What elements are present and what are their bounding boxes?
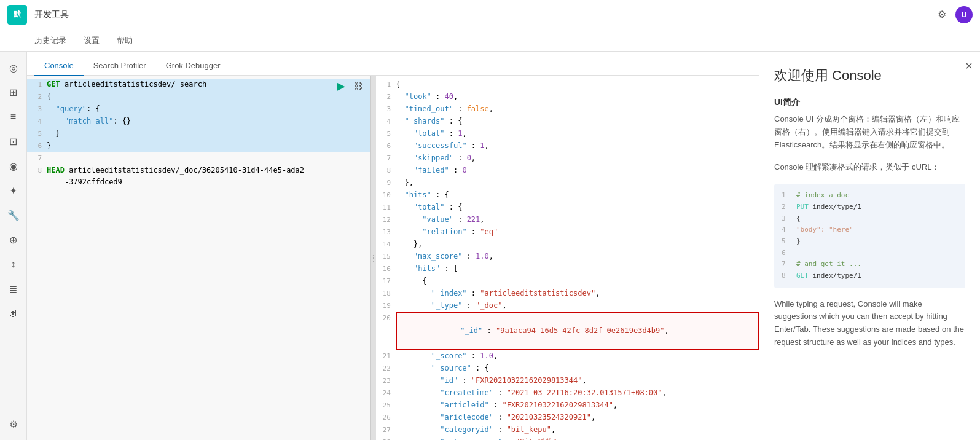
nav-help[interactable]: 帮助 (114, 35, 135, 46)
sidebar-icon-maps[interactable]: ◉ (2, 155, 25, 177)
editor-toolbar: ▶ ⛓ (334, 79, 366, 93)
info-panel: × 欢迎使用 Console UI简介 Console UI 分成两个窗格：编辑… (759, 52, 980, 440)
response-line-19: 19 "_type" : "_doc", (376, 300, 759, 312)
info-section2-text: Console 理解紧凑格式的请求，类似于 cURL： (774, 161, 965, 174)
response-line-14: 14 }, (376, 238, 759, 251)
info-code-line-1: 1 # index a doc (782, 190, 958, 202)
main-layout: ◎ ⊞ ≡ ⊡ ◉ ✦ 🔧 ⊕ ↕ ≣ ⛨ ⚙ Console Search P… (0, 52, 980, 440)
response-line-7: 7 "skipped" : 0, (376, 152, 759, 165)
response-line-15: 15 "max_score" : 1.0, (376, 251, 759, 263)
response-line-23: 23 "id" : "FXR20210322162029813344", (376, 375, 759, 387)
response-line-11: 11 "total" : { (376, 202, 759, 214)
response-line-12: 12 "value" : 221, (376, 214, 759, 226)
response-line-27: 27 "categoryid" : "bit_kepu", (376, 424, 759, 436)
response-line-22: 22 "_source" : { (376, 363, 759, 375)
response-line-8: 8 "failed" : 0 (376, 165, 759, 177)
response-line-25: 25 "articleid" : "FXR2021032216202981334… (376, 399, 759, 412)
sidebar-icon-canvas[interactable]: ⊡ (2, 130, 25, 152)
top-bar: 默 开发工具 ⚙ U (0, 0, 980, 29)
info-panel-close-button[interactable]: × (965, 59, 973, 73)
sidebar-icon-logs[interactable]: ≣ (2, 278, 25, 300)
info-code-line-2: 2 PUT index/type/1 (782, 202, 958, 213)
response-line-4: 4 "_shards" : { (376, 116, 759, 128)
sidebar-icon-devtools[interactable]: 🔧 (2, 204, 25, 226)
response-line-18: 18 "_index" : "articleeditstatisticsdev"… (376, 288, 759, 300)
editor-line-5: 5 } (27, 128, 370, 140)
nav-settings[interactable]: 设置 (81, 35, 102, 46)
response-line-28: 28 "categoryname" : "Bit-科普", (376, 436, 759, 440)
info-section1-text: Console UI 分成两个窗格：编辑器窗格（左）和响应窗格（右）。使用编辑器… (774, 113, 965, 151)
response-line-13: 13 "relation" : "eq" (376, 226, 759, 238)
response-line-3: 3 "timed_out" : false, (376, 103, 759, 116)
info-code-line-3: 3 { (782, 213, 958, 225)
info-code-line-7: 7 # and get it ... (782, 259, 958, 270)
info-panel-title: 欢迎使用 Console (774, 66, 965, 85)
avatar[interactable]: U (955, 6, 973, 23)
tab-grok-debugger[interactable]: Grok Debugger (156, 56, 230, 76)
sidebar-icon-visualize[interactable]: ≡ (2, 106, 25, 128)
run-button[interactable]: ▶ (334, 79, 348, 93)
sidebar-icon-stack[interactable]: ⊕ (2, 229, 25, 251)
editor-line-2: 2 { (27, 91, 370, 103)
editor-content[interactable]: 1 GET articleeditstatisticsdev/_search 2… (27, 76, 370, 440)
response-line-26: 26 "ariclecode" : "20210323524320921", (376, 412, 759, 424)
response-line-17: 17 { (376, 275, 759, 288)
info-section1-title: UI简介 (774, 97, 965, 108)
response-line-16: 16 "hits" : [ (376, 263, 759, 275)
info-code-line-8: 8 GET index/type/1 (782, 270, 958, 282)
response-line-10: 10 "hits" : { (376, 189, 759, 202)
response-line-24: 24 "createtime" : "2021-03-22T16:20:32.0… (376, 387, 759, 399)
editor-line-1: 1 GET articleeditstatisticsdev/_search (27, 79, 370, 91)
response-panel: 1 { 2 "took" : 40, 3 "timed_out" : false… (376, 76, 759, 440)
settings-icon: ⚙ (938, 9, 946, 20)
response-line-21: 21 "_score" : 1.0, (376, 350, 759, 363)
info-code-block: 1 # index a doc 2 PUT index/type/1 3 { 4… (774, 184, 965, 288)
sidebar-icon-discover[interactable]: ◎ (2, 57, 25, 79)
response-line-2: 2 "took" : 40, (376, 91, 759, 103)
sidebar: ◎ ⊞ ≡ ⊡ ◉ ✦ 🔧 ⊕ ↕ ≣ ⛨ ⚙ (0, 52, 27, 440)
app-logo: 默 (7, 5, 27, 25)
sidebar-icon-apm[interactable]: ↕ (2, 253, 25, 275)
app-title: 开发工具 (34, 9, 926, 20)
sidebar-icon-ml[interactable]: ✦ (2, 179, 25, 202)
nav-history[interactable]: 历史记录 (32, 35, 69, 46)
response-line-9: 9 }, (376, 177, 759, 189)
sidebar-icon-security[interactable]: ⛨ (2, 302, 25, 324)
response-line-20: 20 "_id" : "9a1aca94-16d5-42fc-8d2f-0e26… (376, 312, 759, 350)
settings-icon-btn[interactable]: ⚙ (933, 6, 951, 23)
response-line-6: 6 "successful" : 1, (376, 140, 759, 152)
sidebar-icon-settings[interactable]: ⚙ (2, 413, 25, 435)
response-content[interactable]: 1 { 2 "took" : 40, 3 "timed_out" : false… (376, 76, 759, 440)
info-code-line-5: 5 } (782, 236, 958, 248)
editor-line-7: 7 (27, 152, 370, 165)
content-area: Console Search Profiler Grok Debugger ▶ … (27, 52, 759, 440)
sidebar-icon-dashboard[interactable]: ⊞ (2, 81, 25, 103)
editor-line-6: 6 } (27, 140, 370, 152)
info-code-line-4: 4 "body": "here" (782, 224, 958, 236)
editor-line-3: 3 "query": { (27, 103, 370, 116)
tab-console[interactable]: Console (34, 56, 84, 76)
panels: ▶ ⛓ 1 GET articleeditstatisticsdev/_sear… (27, 76, 759, 440)
editor-panel: ▶ ⛓ 1 GET articleeditstatisticsdev/_sear… (27, 76, 371, 440)
nav-bar: 历史记录 设置 帮助 (0, 29, 980, 52)
tabs-bar: Console Search Profiler Grok Debugger (27, 52, 759, 76)
resize-handle[interactable] (371, 76, 376, 440)
copy-as-curl-button[interactable]: ⛓ (351, 79, 366, 93)
top-bar-icons: ⚙ U (933, 6, 973, 23)
response-line-5: 5 "total" : 1, (376, 128, 759, 140)
response-line-1: 1 { (376, 79, 759, 91)
editor-line-4: 4 "match_all": {} (27, 116, 370, 128)
info-code-line-6: 6 (782, 248, 958, 259)
tab-search-profiler[interactable]: Search Profiler (84, 56, 156, 76)
info-section3-text: While typing a request, Console will mak… (774, 298, 965, 349)
editor-line-8: 8 HEAD articleeditstatisticsdev/_doc/362… (27, 165, 370, 188)
